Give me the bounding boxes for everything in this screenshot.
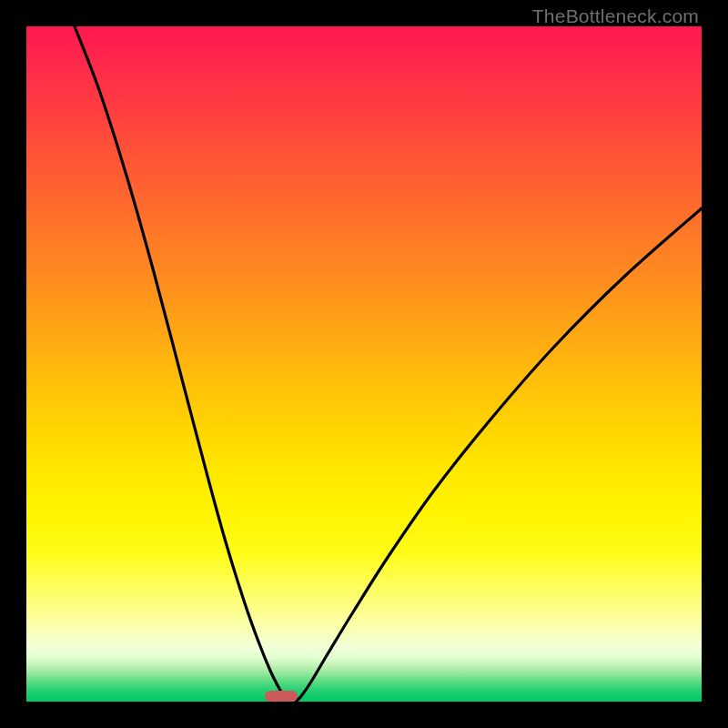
optimum-marker	[265, 691, 298, 702]
bottleneck-curve	[26, 26, 702, 702]
curve-left-branch	[75, 26, 288, 702]
curve-right-branch	[296, 208, 702, 702]
watermark-text: TheBottleneck.com	[532, 5, 699, 27]
